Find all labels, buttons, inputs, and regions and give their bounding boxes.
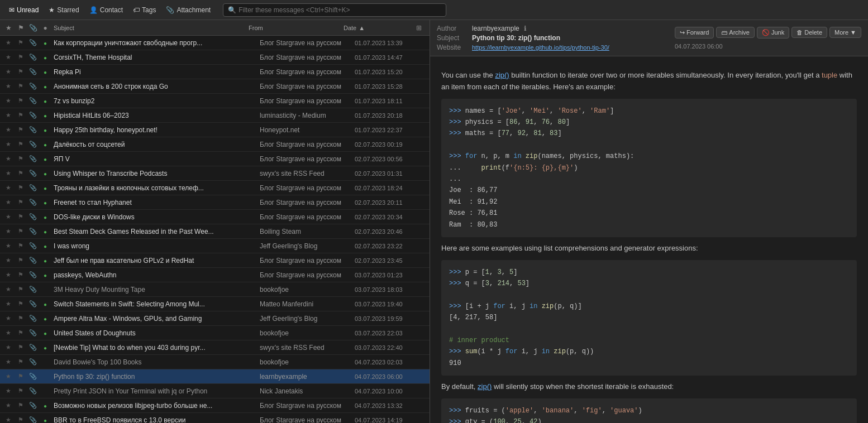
flag-icon[interactable]: ⚑ [15, 170, 27, 177]
flag-icon[interactable]: ⚑ [15, 126, 27, 133]
tags-button[interactable]: 🏷 Tags [128, 4, 160, 16]
flag-icon[interactable]: ⚑ [15, 68, 27, 75]
table-row[interactable]: ★ ⚑ 📎 ● [Newbie Tip] What to do when you… [0, 340, 430, 355]
table-row[interactable]: ★ ⚑ 📎 ● Happy 25th birthday, honeypot.ne… [0, 123, 430, 137]
flag-icon[interactable]: ⚑ [15, 184, 27, 191]
table-row[interactable]: ★ ⚑ 📎 ● United States of Doughnuts booko… [0, 326, 430, 340]
star-icon[interactable]: ★ [2, 358, 15, 366]
table-row[interactable]: ★ ⚑ 📎 ● Трояны и лазейки в кнопочных сот… [0, 181, 430, 195]
flag-icon[interactable]: ⚑ [15, 213, 27, 220]
table-row[interactable]: ★ ⚑ 📎 ● Python tip 30: zip() function le… [0, 369, 430, 384]
table-row[interactable]: ★ ⚑ 📎 ● 3M Heavy Duty Mounting Tape book… [0, 282, 430, 297]
flag-icon[interactable]: ⚑ [15, 315, 27, 322]
star-icon[interactable]: ★ [2, 213, 15, 220]
flag-icon[interactable]: ⚑ [15, 199, 27, 206]
flag-icon[interactable]: ⚑ [15, 387, 27, 395]
table-row[interactable]: ★ ⚑ 📎 ● passkeys, WebAuthn Блог Stargrav… [0, 268, 430, 282]
star-icon[interactable]: ★ [2, 257, 15, 264]
flag-icon[interactable]: ⚑ [15, 271, 27, 278]
star-icon[interactable]: ★ [2, 271, 15, 278]
table-row[interactable]: ★ ⚑ 📎 ● Best Steam Deck Games Released i… [0, 224, 430, 239]
star-icon[interactable]: ★ [2, 170, 15, 177]
table-row[interactable]: ★ ⚑ 📎 ● 7z vs bunzip2 Блог Stargrave на … [0, 94, 430, 108]
star-icon[interactable]: ★ [2, 402, 15, 409]
table-row[interactable]: ★ ⚑ 📎 ● Using Whisper to Transcribe Podc… [0, 166, 430, 181]
star-icon[interactable]: ★ [2, 184, 15, 191]
star-icon[interactable]: ★ [2, 228, 15, 235]
star-icon[interactable]: ★ [2, 68, 15, 75]
flag-icon[interactable]: ⚑ [15, 257, 27, 264]
flag-icon[interactable]: ⚑ [15, 344, 27, 351]
website-link[interactable]: https://learnbyexample.github.io/tips/py… [472, 44, 609, 51]
table-row[interactable]: ★ ⚑ 📎 ● CorsixTH, Theme Hospital Блог St… [0, 50, 430, 65]
col-from-header[interactable]: From [249, 25, 344, 31]
table-row[interactable]: ★ ⚑ 📎 ● I was wrong Jeff Geerling's Blog… [0, 239, 430, 253]
flag-icon[interactable]: ⚑ [15, 97, 27, 104]
messages-scroll[interactable]: ★ ⚑ 📎 ● Как корпорации уничтожают свобод… [0, 36, 430, 423]
table-row[interactable]: ★ ⚑ 📎 ● ЯП V Блог Stargrave на русском 0… [0, 152, 430, 166]
star-icon[interactable]: ★ [2, 155, 15, 162]
contact-button[interactable]: 👤 Contact [85, 4, 127, 16]
starred-button[interactable]: ★ Starred [44, 4, 83, 16]
star-icon[interactable]: ★ [2, 97, 15, 104]
star-icon[interactable]: ★ [2, 387, 15, 395]
star-icon[interactable]: ★ [2, 300, 15, 307]
flag-icon[interactable]: ⚑ [15, 141, 27, 148]
flag-icon[interactable]: ⚑ [15, 228, 27, 235]
star-icon[interactable]: ★ [2, 373, 15, 380]
table-row[interactable]: ★ ⚑ 📎 ● Repka Pi Блог Stargrave на русск… [0, 65, 430, 79]
star-icon[interactable]: ★ [2, 286, 15, 293]
table-row[interactable]: ★ ⚑ 📎 ● Далёкость от соцсетей Блог Starg… [0, 137, 430, 152]
flag-icon[interactable]: ⚑ [15, 286, 27, 293]
table-row[interactable]: ★ ⚑ 📎 ● Как корпорации уничтожают свобод… [0, 36, 430, 50]
star-icon[interactable]: ★ [2, 329, 15, 337]
flag-icon[interactable]: ⚑ [15, 242, 27, 249]
star-icon[interactable]: ★ [2, 141, 15, 148]
flag-icon[interactable]: ⚑ [15, 39, 27, 46]
flag-icon[interactable]: ⚑ [15, 358, 27, 366]
flag-icon[interactable]: ⚑ [15, 54, 27, 61]
more-button[interactable]: More ▼ [829, 27, 861, 38]
col-grid-header[interactable]: ⊞ [416, 24, 427, 32]
table-row[interactable]: ★ ⚑ 📎 ● Pretty Print JSON in Your Termin… [0, 384, 430, 398]
table-row[interactable]: ★ ⚑ 📎 ● Возможно новых релизов libjpeg-t… [0, 398, 430, 413]
star-icon[interactable]: ★ [2, 126, 15, 133]
table-row[interactable]: ★ ⚑ 📎 ● David Bowie's Top 100 Books book… [0, 355, 430, 369]
star-icon[interactable]: ★ [2, 112, 15, 119]
star-icon[interactable]: ★ [2, 199, 15, 206]
flag-icon[interactable]: ⚑ [15, 329, 27, 337]
flag-icon[interactable]: ⚑ [15, 155, 27, 162]
table-row[interactable]: ★ ⚑ 📎 ● Анонимная сеть в 200 строк кода … [0, 79, 430, 94]
zip-link[interactable]: zip() [495, 71, 509, 79]
table-row[interactable]: ★ ⚑ 📎 ● Jeff был не прав касательно GPLv… [0, 253, 430, 268]
star-icon[interactable]: ★ [2, 54, 15, 61]
forward-button[interactable]: ↪ Forward [675, 27, 714, 39]
star-icon[interactable]: ★ [2, 416, 15, 423]
flag-icon[interactable]: ⚑ [15, 402, 27, 409]
search-input[interactable] [239, 6, 441, 14]
zip-default-link[interactable]: zip() [478, 382, 492, 391]
archive-button[interactable]: 🗃 Archive [716, 27, 755, 38]
star-icon[interactable]: ★ [2, 242, 15, 249]
table-row[interactable]: ★ ⚑ 📎 ● BBR то в FreeBSD появился с 13.0… [0, 413, 430, 423]
table-row[interactable]: ★ ⚑ 📎 ● Freenet то стал Hyphanet Блог St… [0, 195, 430, 210]
junk-button[interactable]: 🚫 Junk [757, 27, 789, 39]
star-icon[interactable]: ★ [2, 83, 15, 90]
col-date-header[interactable]: Date ▲ [344, 25, 416, 31]
attachment-button[interactable]: 📎 Attachment [161, 4, 215, 16]
star-icon[interactable]: ★ [2, 39, 15, 46]
flag-icon[interactable]: ⚑ [15, 373, 27, 380]
star-icon[interactable]: ★ [2, 315, 15, 322]
delete-button[interactable]: 🗑 Delete [791, 27, 827, 38]
star-icon[interactable]: ★ [2, 344, 15, 351]
col-subject-header[interactable]: Subject [51, 25, 249, 31]
table-row[interactable]: ★ ⚑ 📎 ● Switch Statements in Swift: Sele… [0, 297, 430, 311]
flag-icon[interactable]: ⚑ [15, 83, 27, 90]
table-row[interactable]: ★ ⚑ 📎 ● Hipistical HitLits 06–2023 lumin… [0, 108, 430, 123]
flag-icon[interactable]: ⚑ [15, 112, 27, 119]
unread-button[interactable]: ✉ Unread [4, 4, 43, 16]
table-row[interactable]: ★ ⚑ 📎 ● DOS-like диски в Windows Блог St… [0, 210, 430, 224]
author-info-icon[interactable]: ℹ [524, 25, 527, 32]
flag-icon[interactable]: ⚑ [15, 416, 27, 423]
flag-icon[interactable]: ⚑ [15, 300, 27, 307]
